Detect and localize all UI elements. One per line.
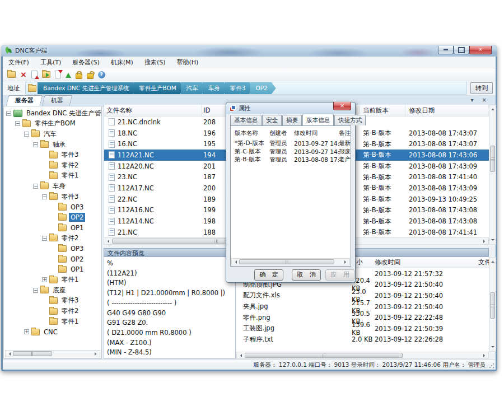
scroll-right-icon[interactable] xyxy=(483,354,487,357)
scroll-right-icon[interactable] xyxy=(95,352,98,356)
upload-file-button[interactable] xyxy=(31,71,38,78)
scroll-up-icon[interactable] xyxy=(491,107,494,110)
tree-item[interactable]: 零件生产BOM xyxy=(4,119,101,129)
scroll-thumb[interactable] xyxy=(490,292,495,319)
scroll-thumb[interactable] xyxy=(490,146,495,172)
tree-item[interactable]: 汽车 xyxy=(4,129,101,139)
tree-item[interactable]: 零件3 xyxy=(4,150,101,160)
scroll-left-icon[interactable] xyxy=(106,240,109,243)
col-version-name[interactable]: 版本名称 xyxy=(231,129,269,137)
scroll-thumb[interactable] xyxy=(239,259,334,264)
tree-item[interactable]: 零件3 xyxy=(4,192,101,202)
collapse-icon[interactable] xyxy=(24,132,29,137)
upload-button[interactable] xyxy=(66,70,71,78)
scroll-right-icon[interactable] xyxy=(344,260,348,264)
menu-help[interactable]: 帮助(H) xyxy=(171,58,204,67)
col-file-name[interactable]: 文件名称 xyxy=(104,105,202,116)
tree-item[interactable]: 零件2 xyxy=(4,233,101,244)
scroll-left-icon[interactable] xyxy=(234,260,237,264)
scroll-left-icon[interactable] xyxy=(7,352,11,356)
breadcrumb-part3[interactable]: 零件3 xyxy=(225,82,254,94)
version-row[interactable]: 第-C-版本管理员2013-09-27 14:...报废 xyxy=(231,148,351,156)
menu-search[interactable]: 搜索(S) xyxy=(139,58,171,67)
scroll-left-icon[interactable] xyxy=(239,354,242,357)
tab-machine[interactable]: 机器 xyxy=(42,95,73,106)
lock-button[interactable] xyxy=(76,73,82,79)
attachment-row[interactable]: 子程序.txt2.0 KB2013-09-12 22:26:28 xyxy=(236,334,489,346)
tab-security[interactable]: 安全 xyxy=(262,115,282,125)
collapse-icon[interactable] xyxy=(33,184,38,189)
minimize-button[interactable] xyxy=(438,46,454,54)
col-modified-date[interactable]: 修改日期 xyxy=(405,105,489,116)
version-row[interactable]: *第-D-版本管理员2013-09-27 14:...最新 xyxy=(231,139,351,148)
tree-item[interactable]: OP3 xyxy=(4,244,101,254)
help-button[interactable]: ? xyxy=(98,71,105,78)
col-attach-file[interactable]: 文件(& xyxy=(478,258,489,267)
tree-item[interactable]: 零件2 xyxy=(4,160,101,171)
col-modified-time[interactable]: 修改时间 xyxy=(294,129,339,137)
scroll-thumb[interactable] xyxy=(13,351,52,356)
scroll-thumb[interactable] xyxy=(245,353,403,358)
tree-item[interactable]: 轴承 xyxy=(4,139,101,150)
tree-item[interactable]: 零件1 xyxy=(4,275,101,286)
tree-item[interactable]: 零件1 xyxy=(4,171,101,181)
title-bar[interactable]: DNC客户端 xyxy=(1,45,497,57)
scroll-right-icon[interactable] xyxy=(483,240,487,243)
delete-button[interactable]: × xyxy=(20,71,27,78)
dialog-close-button[interactable]: × xyxy=(333,102,351,110)
preview-content[interactable]: % (112A21) (HTM) (T12| H1 | D21.0000mm |… xyxy=(104,257,236,359)
scroll-up-icon[interactable] xyxy=(491,259,494,263)
menu-file[interactable]: 文件(F) xyxy=(3,58,35,67)
expand-icon[interactable] xyxy=(24,329,29,334)
download-file-button[interactable] xyxy=(55,71,61,78)
tree-item[interactable]: OP1 xyxy=(4,223,101,234)
scroll-down-icon[interactable] xyxy=(491,239,494,242)
tree-item[interactable]: OP1 xyxy=(4,264,101,275)
expand-icon[interactable] xyxy=(42,277,47,282)
cancel-button[interactable]: 取 消 xyxy=(292,269,321,281)
tree-item[interactable]: CNC xyxy=(4,326,101,337)
new-folder-button[interactable] xyxy=(7,71,16,78)
tree-item[interactable]: 零件3 xyxy=(4,296,101,306)
tab-server[interactable]: 服务器 xyxy=(6,95,43,106)
file-list-vscrollbar[interactable] xyxy=(489,105,496,245)
collapse-icon[interactable] xyxy=(42,236,47,241)
collapse-icon[interactable] xyxy=(33,288,38,293)
collapse-icon[interactable] xyxy=(42,194,47,199)
ok-button[interactable]: 确 定 xyxy=(254,269,283,281)
tree-item[interactable]: 底座 xyxy=(4,285,101,296)
tree-item[interactable]: OP2 xyxy=(4,254,101,264)
panel-strip-controls[interactable]: ▾ × xyxy=(470,97,490,103)
version-list-hscrollbar[interactable] xyxy=(231,258,350,265)
maximize-button[interactable] xyxy=(454,46,469,54)
close-button[interactable]: × xyxy=(469,46,492,54)
breadcrumb-bom[interactable]: 零件生产BOM xyxy=(133,82,184,94)
collapse-icon[interactable] xyxy=(15,121,20,126)
collapse-icon[interactable] xyxy=(6,111,11,116)
tree-hscrollbar[interactable] xyxy=(5,350,100,357)
tree-item[interactable]: Bandex DNC 先进生产管理系统 xyxy=(4,108,101,119)
collapse-icon[interactable] xyxy=(33,142,38,147)
col-attach-modified[interactable]: 修改时间 xyxy=(375,258,478,267)
checkin-folder-button[interactable] xyxy=(42,71,50,78)
tree-item[interactable]: 车身 xyxy=(4,181,101,192)
tree-item[interactable]: 零件2 xyxy=(4,306,101,316)
attachment-row[interactable]: 工装图.jpg139.6 KB2013-09-12 21:50:39 xyxy=(236,323,489,334)
tab-shortcut[interactable]: 快捷方式 xyxy=(334,115,366,125)
tree-item[interactable]: OP3 xyxy=(4,202,101,212)
tab-summary[interactable]: 摘要 xyxy=(282,115,302,125)
go-button[interactable]: 转到 xyxy=(470,82,493,94)
tree-item-selected[interactable]: OP2 xyxy=(4,212,101,223)
breadcrumb-op2[interactable]: OP2 xyxy=(250,82,276,94)
menu-machine[interactable]: 机床(M) xyxy=(105,58,139,67)
breadcrumb-root[interactable]: Bandex DNC 先进生产管理系统 xyxy=(38,82,137,94)
resize-grip[interactable] xyxy=(488,362,494,368)
scroll-down-icon[interactable] xyxy=(491,346,494,349)
attachment-hscrollbar[interactable] xyxy=(236,352,489,359)
tab-version-info[interactable]: 版本信息 xyxy=(302,114,334,125)
col-current-version[interactable]: 当前版本 xyxy=(360,105,405,116)
tree-item[interactable]: 零件1 xyxy=(4,316,101,327)
unlock-button[interactable] xyxy=(87,73,94,79)
menu-server[interactable]: 服务器(S) xyxy=(67,58,105,67)
col-remark[interactable]: 备注 xyxy=(339,129,351,137)
